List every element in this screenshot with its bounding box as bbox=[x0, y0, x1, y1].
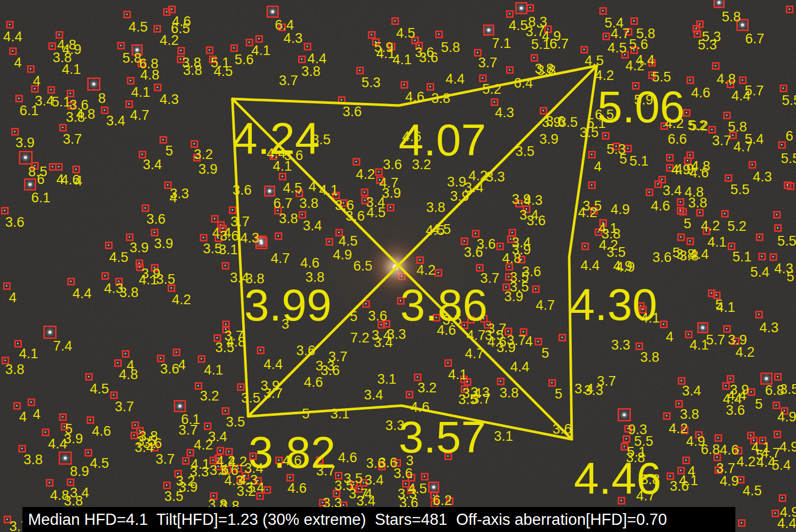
region-hfd-label: 3.99 bbox=[244, 283, 331, 328]
region-hfd-label: 5.06 bbox=[597, 85, 684, 129]
region-hfd-label: 4.24 bbox=[232, 116, 320, 161]
region-hfd-label: 3.57 bbox=[399, 415, 486, 460]
region-hfd-label: 3.82 bbox=[248, 430, 335, 475]
status-bar: Median HFD=4.1 Tilt[HFD]=1.23 (30% extre… bbox=[22, 507, 735, 532]
image-viewer-canvas[interactable]: 4.44.84.93.844.143.45.13.686.13.84.83.43… bbox=[0, 0, 796, 532]
region-hfd-label: 3.86 bbox=[400, 283, 487, 328]
region-hfd-label: 4.30 bbox=[570, 282, 657, 327]
status-text: Median HFD=4.1 Tilt[HFD]=1.23 (30% extre… bbox=[28, 511, 667, 529]
region-hfd-label: 4.07 bbox=[399, 118, 486, 163]
region-hfd-label: 4.46 bbox=[574, 456, 661, 501]
tilt-polygon-overlay bbox=[0, 0, 796, 532]
